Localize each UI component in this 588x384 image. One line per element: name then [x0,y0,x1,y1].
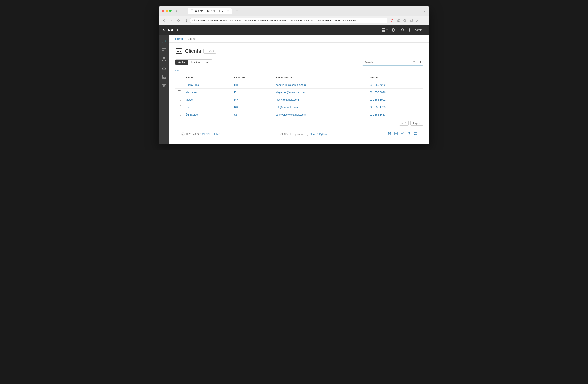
svg-rect-27 [164,49,166,50]
client-name-link-0[interactable]: Happy Hills [186,83,199,86]
client-id-link-0[interactable]: HH [234,83,238,86]
client-id-link-4[interactable]: SS [234,113,238,116]
back-button[interactable]: ‹ [174,8,179,13]
footer-powered-by-text: SENAITE is powered by [280,133,309,135]
tab-close-button[interactable]: ✕ [227,9,229,12]
svg-rect-6 [397,20,398,21]
url-text: http://localhost:8080/demo/clients#?list… [196,19,385,22]
minimize-window-button[interactable] [166,10,168,12]
client-name-link-1[interactable]: Klaymore [186,91,197,94]
breadcrumb: Home / Clients [169,35,429,42]
address-bar[interactable]: i http://localhost:8080/demo/clients#?li… [190,18,387,23]
client-name-link-4[interactable]: Šunnyside [186,113,198,116]
forward-button[interactable]: › [181,8,185,13]
footer-plone-link[interactable]: Plone & Python [309,133,328,135]
extensions-icon[interactable] [395,18,401,23]
svg-rect-8 [410,19,412,21]
browser-tab[interactable]: Clients — SENAITE LIMS ✕ [188,8,232,14]
client-email-link-3[interactable]: ruff@example.com [276,106,298,109]
client-email-link-4[interactable]: sunnyside@example.com [276,113,306,116]
settings-button[interactable] [408,28,412,32]
copyright-icon: c [181,132,185,135]
client-name-link-2[interactable]: Myrtle [186,98,193,101]
sidebar-item-link[interactable] [160,38,168,46]
export-button[interactable]: Export [410,121,423,126]
add-button[interactable]: Add [203,49,216,54]
browser-menu-dots[interactable]: ⋮ [421,18,427,23]
close-window-button[interactable] [162,10,164,12]
client-email-link-2[interactable]: mwf@example.com [276,98,299,101]
svg-rect-5 [399,19,399,20]
row-checkbox-cell [175,81,183,89]
sidebar-item-documents[interactable] [160,82,168,90]
row-phone-2: 021 555 1901 [367,96,423,103]
footer-center: SENAITE is powered by Plone & Python [280,133,328,135]
profile-icon[interactable] [415,18,420,23]
footer-globe-button[interactable] [388,132,391,136]
search-submit-button[interactable] [417,59,423,65]
window-icon[interactable] [408,18,414,23]
breadcrumb-home-link[interactable]: Home [175,37,183,40]
row-checkbox-3[interactable] [178,105,181,108]
row-checkbox-0[interactable] [178,83,181,86]
footer-docs-button[interactable] [394,132,398,136]
row-name-0: Happy Hills [183,81,232,89]
svg-rect-14 [382,30,383,31]
sidebar-item-lab[interactable] [160,55,168,63]
footer-branch-button[interactable] [401,132,404,136]
app-header: SENAITE [159,25,429,35]
search-input[interactable] [362,60,411,65]
filter-button-group: Active Inactive All [175,59,212,65]
secure-icon: i [192,19,195,22]
shield-icon[interactable] [389,18,395,23]
sidebar-item-layers[interactable] [160,64,168,72]
client-id-link-2[interactable]: MY [234,98,238,101]
search-reset-button[interactable] [411,59,417,65]
footer-left: c © 2017-2022 SENAITE LIMS [181,132,220,135]
puzzle-icon[interactable] [402,18,407,23]
apps-button[interactable] [382,28,388,32]
browser-refresh-button[interactable] [176,18,181,23]
breadcrumb-current: Clients [188,37,196,40]
browser-nav: ‹ › [174,8,185,13]
footer-chat-button[interactable] [414,132,417,136]
search-header-button[interactable] [401,28,405,32]
user-chevron-icon [423,29,425,31]
client-phone-link-1[interactable]: 021 555 3026 [370,91,386,94]
row-checkbox-1[interactable] [178,90,181,93]
svg-rect-15 [383,30,384,31]
browser-bookmark-button[interactable] [183,18,189,23]
client-phone-link-3[interactable]: 021 555 1705 [370,106,386,109]
sidebar-item-dashboard[interactable] [160,46,168,55]
browser-forward-button[interactable] [168,18,174,23]
row-checkbox-4[interactable] [178,113,181,116]
client-phone-link-4[interactable]: 021 555 1663 [370,113,386,116]
footer-hash-button[interactable] [407,132,411,136]
maximize-window-button[interactable] [169,10,172,12]
reset-icon [413,61,415,63]
filter-bar: Active Inactive All [175,59,423,66]
client-name-link-3[interactable]: Ruff [186,106,190,109]
user-menu-button[interactable]: admin [415,28,425,32]
client-email-link-1[interactable]: klaymore@example.com [276,91,305,94]
filter-all-button[interactable]: All [203,60,212,65]
sidebar-item-reports[interactable] [160,73,168,81]
row-phone-4: 021 555 1663 [367,111,423,118]
client-phone-link-0[interactable]: 021 555 4220 [370,83,386,86]
browser-menu-button[interactable]: ⌄ [423,9,426,13]
client-email-link-0[interactable]: happyhills@example.com [276,83,306,86]
row-email-3: ruff@example.com [273,103,367,111]
filter-active-button[interactable]: Active [175,60,189,65]
more-options-button[interactable]: ••• [175,68,423,72]
globe-button[interactable] [391,28,398,32]
table-header-name: Name [183,75,232,81]
client-id-link-3[interactable]: RUF [234,106,240,109]
client-phone-link-2[interactable]: 021 555 1901 [370,98,386,101]
footer-brand-link[interactable]: SENAITE LIMS [202,133,220,135]
new-tab-button[interactable]: + [234,8,240,14]
row-checkbox-2[interactable] [178,98,181,101]
browser-back-button[interactable] [161,18,167,23]
client-id-link-1[interactable]: KL [234,91,237,94]
table-header-client-id: Client ID [232,75,273,81]
filter-inactive-button[interactable]: Inactive [189,60,203,65]
